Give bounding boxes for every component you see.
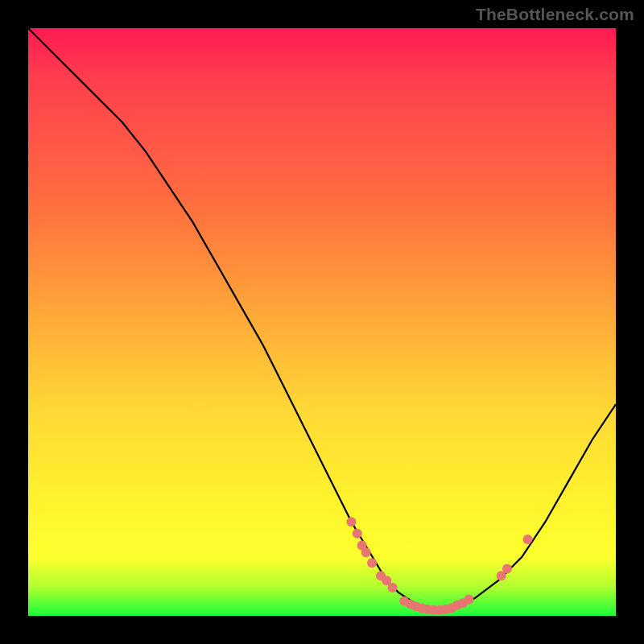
data-marker [347,517,357,526]
bottleneck-curve [28,28,616,610]
data-marker [388,583,398,592]
data-marker [464,595,474,605]
watermark-text: TheBottleneck.com [476,5,634,24]
chart-overlay [28,28,616,616]
data-marker [502,564,512,574]
data-marker [353,529,362,539]
chart-markers [347,517,533,615]
data-marker [523,535,533,544]
chart-container: TheBottleneck.com [0,0,644,644]
data-marker [361,547,371,557]
data-marker [367,558,377,568]
